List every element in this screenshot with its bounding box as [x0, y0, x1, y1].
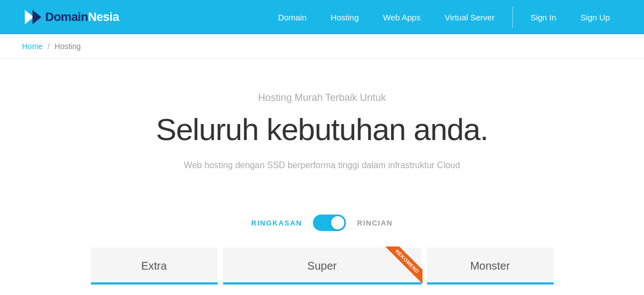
breadcrumb-home[interactable]: Home	[22, 42, 42, 51]
plan-extra-bar	[91, 282, 218, 285]
hero-title: Seluruh kebutuhan anda.	[22, 111, 622, 147]
breadcrumb-separator: /	[47, 42, 50, 51]
toggle-left-label: RINGKASAN	[251, 219, 302, 227]
svg-marker-0	[25, 10, 34, 24]
header: DomainNesia Domain Hosting Web Apps Virt…	[0, 0, 644, 34]
toggle-knob	[331, 216, 344, 229]
hero-section: Hosting Murah Terbaik Untuk Seluruh kebu…	[0, 59, 644, 192]
logo: DomainNesia	[22, 7, 119, 28]
plan-monster-name: Monster	[427, 260, 554, 282]
nav-virtual-server[interactable]: Virtual Server	[432, 0, 507, 34]
ribbon: REKOMEND	[378, 246, 423, 285]
nav-sign-in[interactable]: Sign In	[518, 0, 569, 34]
plan-monster[interactable]: Monster	[427, 248, 554, 285]
breadcrumb: Home / Hosting	[0, 34, 644, 59]
nav-hosting[interactable]: Hosting	[318, 0, 371, 34]
logo-text: DomainNesia	[45, 10, 119, 24]
plan-extra-name: Extra	[91, 260, 218, 282]
toggle-section: RINGKASAN RINCIAN	[0, 214, 644, 231]
hero-description: Web hosting dengan SSD berperforma tingg…	[22, 160, 622, 170]
toggle-right-label: RINCIAN	[357, 219, 393, 227]
plan-extra[interactable]: Extra	[91, 248, 218, 285]
svg-marker-1	[33, 10, 41, 24]
main-nav: Domain Hosting Web Apps Virtual Server S…	[266, 0, 622, 34]
plans-row: Extra Super REKOMEND Monster	[0, 248, 644, 285]
hero-subtitle: Hosting Murah Terbaik Untuk	[22, 92, 622, 104]
nav-divider	[512, 7, 513, 28]
ribbon-text: REKOMEND	[384, 246, 423, 285]
nav-domain[interactable]: Domain	[266, 0, 319, 34]
logo-nesia: Nesia	[88, 10, 119, 24]
toggle-switch[interactable]	[313, 214, 346, 231]
nav-web-apps[interactable]: Web Apps	[371, 0, 432, 34]
logo-domain: Domain	[45, 10, 88, 24]
nav-sign-up[interactable]: Sign Up	[569, 0, 622, 34]
plan-monster-bar	[427, 282, 554, 285]
plan-super[interactable]: Super REKOMEND	[223, 248, 421, 285]
breadcrumb-current: Hosting	[55, 42, 80, 51]
logo-icon	[22, 7, 43, 28]
